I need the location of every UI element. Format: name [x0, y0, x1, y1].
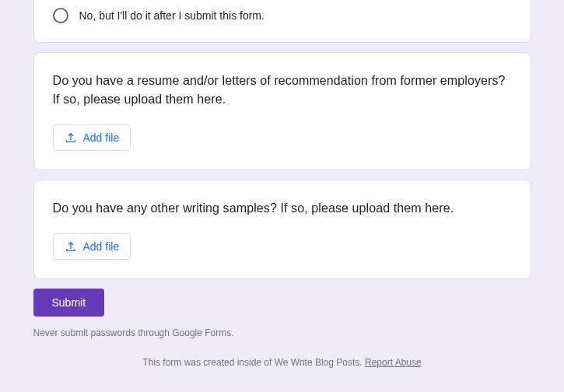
add-file-button[interactable]: Add file [53, 124, 131, 151]
add-file-label: Add file [83, 131, 120, 144]
disclaimer-text: This form was created inside of We Write… [142, 357, 365, 368]
submit-button[interactable]: Submit [33, 289, 105, 317]
submit-label: Submit [52, 296, 86, 309]
question-card-radio: No, but I'll do it after I submit this f… [33, 0, 531, 43]
upload-icon [65, 131, 77, 144]
radio-option-label: No, but I'll do it after I submit this f… [79, 9, 264, 22]
password-warning: Never submit passwords through Google Fo… [33, 327, 531, 338]
add-file-label: Add file [83, 240, 120, 253]
question-card-samples: Do you have any other writing samples? I… [33, 180, 531, 279]
upload-icon [65, 240, 77, 253]
question-title: Do you have a resume and/or letters of r… [53, 72, 512, 109]
add-file-button[interactable]: Add file [53, 233, 131, 260]
report-abuse-link[interactable]: Report Abuse [365, 357, 422, 368]
radio-option[interactable]: No, but I'll do it after I submit this f… [53, 8, 512, 23]
radio-unchecked-icon [53, 8, 68, 23]
footer-disclaimer: This form was created inside of We Write… [33, 357, 531, 368]
question-card-resume: Do you have a resume and/or letters of r… [33, 52, 531, 170]
question-title: Do you have any other writing samples? I… [53, 199, 512, 218]
